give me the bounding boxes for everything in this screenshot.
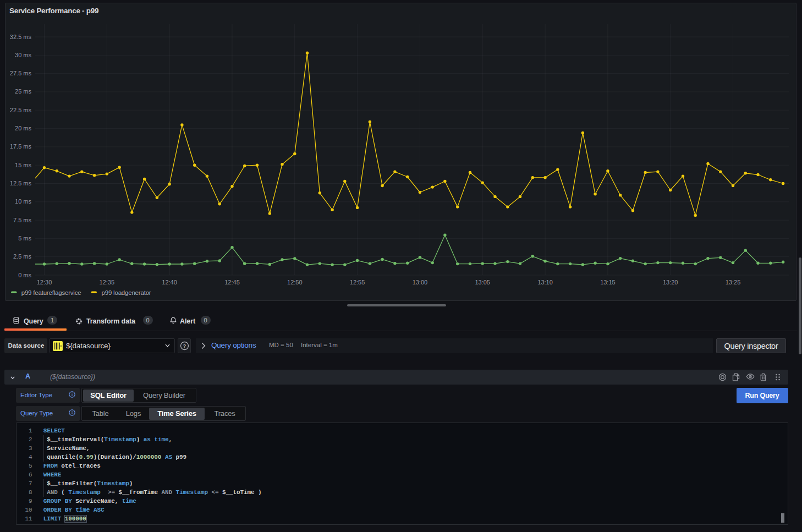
svg-text:0 ms: 0 ms xyxy=(18,272,31,278)
svg-text:12.5 ms: 12.5 ms xyxy=(10,180,32,187)
svg-text:12:35: 12:35 xyxy=(100,279,115,286)
svg-text:25 ms: 25 ms xyxy=(15,88,31,95)
svg-text:13:10: 13:10 xyxy=(537,279,553,286)
svg-text:7.5 ms: 7.5 ms xyxy=(13,217,32,223)
svg-text:5 ms: 5 ms xyxy=(18,235,31,242)
svg-text:22.5 ms: 22.5 ms xyxy=(10,107,32,113)
svg-text:p99 loadgenerator: p99 loadgenerator xyxy=(102,289,151,296)
svg-text:p99 featureflagservice: p99 featureflagservice xyxy=(21,289,81,296)
svg-text:2.5 ms: 2.5 ms xyxy=(13,253,32,260)
svg-text:10 ms: 10 ms xyxy=(15,198,31,205)
svg-text:27.5 ms: 27.5 ms xyxy=(10,70,32,76)
svg-text:15 ms: 15 ms xyxy=(15,162,31,168)
svg-text:17.5 ms: 17.5 ms xyxy=(10,143,32,150)
svg-text:?: ? xyxy=(183,343,186,349)
svg-text:13:00: 13:00 xyxy=(413,279,428,286)
svg-text:12:55: 12:55 xyxy=(350,279,365,286)
svg-text:12:30: 12:30 xyxy=(37,279,52,286)
svg-text:20 ms: 20 ms xyxy=(15,125,31,131)
svg-text:13:05: 13:05 xyxy=(475,279,490,286)
svg-text:12:50: 12:50 xyxy=(287,279,303,286)
svg-text:12:40: 12:40 xyxy=(162,279,177,286)
svg-text:32.5 ms: 32.5 ms xyxy=(10,34,32,40)
svg-text:12:45: 12:45 xyxy=(224,279,240,286)
svg-text:30 ms: 30 ms xyxy=(15,52,31,58)
svg-text:13:25: 13:25 xyxy=(726,279,741,286)
svg-text:13:15: 13:15 xyxy=(600,279,616,286)
svg-text:13:20: 13:20 xyxy=(663,279,678,286)
